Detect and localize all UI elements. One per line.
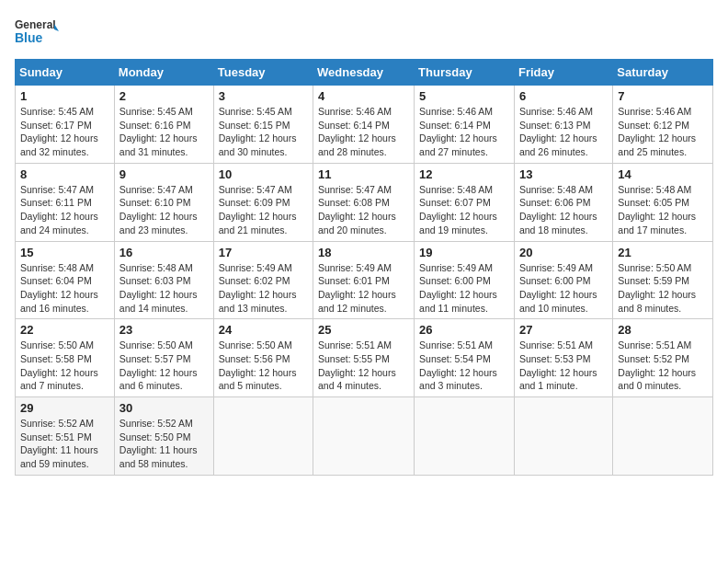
day-number: 7 [618,89,708,103]
calendar-cell-day-28: 28 Sunrise: 5:51 AMSunset: 5:52 PMDaylig… [613,319,713,397]
day-info: Sunrise: 5:45 AMSunset: 6:16 PMDaylight:… [119,105,209,159]
day-number: 11 [318,167,409,181]
calendar-cell-day-7: 7 Sunrise: 5:46 AMSunset: 6:12 PMDayligh… [613,86,713,164]
day-number: 15 [20,246,109,259]
calendar-cell-day-18: 18 Sunrise: 5:49 AMSunset: 6:01 PMDaylig… [313,241,415,319]
calendar-cell-empty [415,397,515,476]
day-info: Sunrise: 5:50 AMSunset: 5:57 PMDaylight:… [119,339,209,393]
calendar-cell-day-25: 25 Sunrise: 5:51 AMSunset: 5:55 PMDaylig… [313,319,415,397]
calendar-cell-day-16: 16 Sunrise: 5:48 AMSunset: 6:03 PMDaylig… [114,241,213,319]
calendar-cell-empty [514,397,612,476]
weekday-header-row: SundayMondayTuesdayWednesdayThursdayFrid… [16,60,713,86]
calendar-cell-empty [313,397,415,476]
day-number: 4 [318,89,409,103]
day-number: 22 [20,323,109,337]
calendar-cell-day-5: 5 Sunrise: 5:46 AMSunset: 6:14 PMDayligh… [415,86,515,164]
weekday-thursday: Thursday [415,60,515,86]
day-number: 27 [519,323,608,337]
day-number: 30 [119,401,209,415]
day-info: Sunrise: 5:50 AMSunset: 5:56 PMDaylight:… [219,339,308,393]
day-number: 13 [519,167,608,181]
day-number: 6 [519,89,608,103]
calendar-cell-day-13: 13 Sunrise: 5:48 AMSunset: 6:06 PMDaylig… [514,163,612,241]
day-number: 12 [419,167,509,181]
day-number: 2 [119,89,209,103]
calendar-row: 8 Sunrise: 5:47 AMSunset: 6:11 PMDayligh… [16,163,713,241]
calendar-cell-day-26: 26 Sunrise: 5:51 AMSunset: 5:54 PMDaylig… [415,319,515,397]
day-info: Sunrise: 5:49 AMSunset: 6:02 PMDaylight:… [219,261,308,316]
calendar-cell-day-27: 27 Sunrise: 5:51 AMSunset: 5:53 PMDaylig… [514,319,612,397]
day-info: Sunrise: 5:52 AMSunset: 5:50 PMDaylight:… [119,417,209,471]
day-number: 17 [219,246,308,259]
day-info: Sunrise: 5:46 AMSunset: 6:13 PMDaylight:… [519,105,608,159]
calendar-row: 22 Sunrise: 5:50 AMSunset: 5:58 PMDaylig… [16,319,713,397]
logo: General Blue [15,15,59,53]
day-number: 10 [219,167,308,181]
day-info: Sunrise: 5:51 AMSunset: 5:54 PMDaylight:… [419,339,509,393]
calendar-cell-empty [613,397,713,476]
weekday-wednesday: Wednesday [313,60,415,86]
day-info: Sunrise: 5:51 AMSunset: 5:52 PMDaylight:… [618,339,708,393]
svg-text:General: General [15,18,56,31]
day-number: 19 [419,246,509,259]
day-info: Sunrise: 5:45 AMSunset: 6:15 PMDaylight:… [219,105,308,159]
calendar-row: 15 Sunrise: 5:48 AMSunset: 6:04 PMDaylig… [16,241,713,319]
day-info: Sunrise: 5:48 AMSunset: 6:04 PMDaylight:… [20,261,109,316]
day-info: Sunrise: 5:52 AMSunset: 5:51 PMDaylight:… [20,417,109,471]
weekday-monday: Monday [114,60,213,86]
day-number: 26 [419,323,509,337]
calendar-cell-day-1: 1 Sunrise: 5:45 AMSunset: 6:17 PMDayligh… [16,86,115,164]
weekday-tuesday: Tuesday [213,60,313,86]
calendar-cell-day-29: 29 Sunrise: 5:52 AMSunset: 5:51 PMDaylig… [16,397,115,476]
page-header: General Blue [15,15,713,53]
day-number: 14 [618,167,708,181]
calendar-row: 1 Sunrise: 5:45 AMSunset: 6:17 PMDayligh… [16,86,713,164]
day-info: Sunrise: 5:47 AMSunset: 6:08 PMDaylight:… [318,183,409,237]
calendar-cell-day-23: 23 Sunrise: 5:50 AMSunset: 5:57 PMDaylig… [114,319,213,397]
day-info: Sunrise: 5:47 AMSunset: 6:09 PMDaylight:… [219,183,308,237]
day-info: Sunrise: 5:47 AMSunset: 6:10 PMDaylight:… [119,183,209,237]
calendar-cell-day-6: 6 Sunrise: 5:46 AMSunset: 6:13 PMDayligh… [514,86,612,164]
day-number: 9 [119,167,209,181]
day-number: 28 [618,323,708,337]
day-info: Sunrise: 5:48 AMSunset: 6:06 PMDaylight:… [519,183,608,237]
day-number: 18 [318,246,409,259]
day-number: 23 [119,323,209,337]
day-number: 3 [219,89,308,103]
day-info: Sunrise: 5:46 AMSunset: 6:14 PMDaylight:… [318,105,409,159]
calendar-cell-day-11: 11 Sunrise: 5:47 AMSunset: 6:08 PMDaylig… [313,163,415,241]
day-number: 5 [419,89,509,103]
day-info: Sunrise: 5:48 AMSunset: 6:03 PMDaylight:… [119,261,209,316]
weekday-saturday: Saturday [613,60,713,86]
day-info: Sunrise: 5:46 AMSunset: 6:12 PMDaylight:… [618,105,708,159]
day-number: 24 [219,323,308,337]
day-info: Sunrise: 5:51 AMSunset: 5:55 PMDaylight:… [318,339,409,393]
day-info: Sunrise: 5:48 AMSunset: 6:07 PMDaylight:… [419,183,509,237]
day-info: Sunrise: 5:50 AMSunset: 5:58 PMDaylight:… [20,339,109,393]
day-number: 8 [20,167,109,181]
calendar-cell-day-14: 14 Sunrise: 5:48 AMSunset: 6:05 PMDaylig… [613,163,713,241]
day-info: Sunrise: 5:47 AMSunset: 6:11 PMDaylight:… [20,183,109,237]
day-info: Sunrise: 5:49 AMSunset: 6:00 PMDaylight:… [419,261,509,316]
calendar-cell-day-2: 2 Sunrise: 5:45 AMSunset: 6:16 PMDayligh… [114,86,213,164]
calendar-cell-day-15: 15 Sunrise: 5:48 AMSunset: 6:04 PMDaylig… [16,241,115,319]
calendar-cell-day-17: 17 Sunrise: 5:49 AMSunset: 6:02 PMDaylig… [213,241,313,319]
calendar-cell-day-24: 24 Sunrise: 5:50 AMSunset: 5:56 PMDaylig… [213,319,313,397]
day-number: 21 [618,246,708,259]
calendar-cell-day-19: 19 Sunrise: 5:49 AMSunset: 6:00 PMDaylig… [415,241,515,319]
day-number: 1 [20,89,109,103]
calendar-cell-day-20: 20 Sunrise: 5:49 AMSunset: 6:00 PMDaylig… [514,241,612,319]
day-info: Sunrise: 5:45 AMSunset: 6:17 PMDaylight:… [20,105,109,159]
day-info: Sunrise: 5:49 AMSunset: 6:01 PMDaylight:… [318,261,409,316]
svg-text:Blue: Blue [15,30,43,45]
calendar-cell-day-4: 4 Sunrise: 5:46 AMSunset: 6:14 PMDayligh… [313,86,415,164]
day-number: 16 [119,246,209,259]
calendar-table: SundayMondayTuesdayWednesdayThursdayFrid… [15,59,713,476]
calendar-cell-day-9: 9 Sunrise: 5:47 AMSunset: 6:10 PMDayligh… [114,163,213,241]
day-info: Sunrise: 5:46 AMSunset: 6:14 PMDaylight:… [419,105,509,159]
day-info: Sunrise: 5:50 AMSunset: 5:59 PMDaylight:… [618,261,708,316]
day-number: 20 [519,246,608,259]
day-number: 29 [20,401,109,415]
weekday-friday: Friday [514,60,612,86]
weekday-sunday: Sunday [16,60,115,86]
